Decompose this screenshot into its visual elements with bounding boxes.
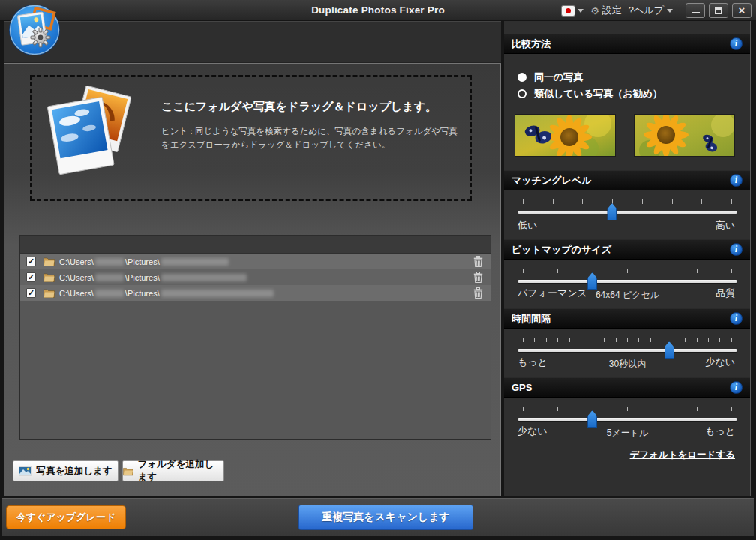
main-panel: ここにフォルダや写真をドラッグ＆ドロップします。 ヒント : 同じような写真を検… (4, 63, 501, 496)
info-icon[interactable]: i (730, 243, 742, 256)
language-selector[interactable] (562, 6, 584, 16)
trash-icon[interactable] (473, 287, 483, 298)
radio-icon (518, 89, 526, 98)
slider-handle[interactable] (607, 203, 616, 220)
info-icon[interactable]: i (730, 381, 742, 394)
add-folders-button[interactable]: フォルダを追加します (122, 460, 224, 482)
close-icon: × (739, 4, 746, 16)
folder-row: ✓ C:\Users\\Pictures\ (20, 269, 490, 285)
slider-handle[interactable] (587, 272, 597, 290)
slider-ticks (523, 200, 732, 204)
sample-photo-right (634, 114, 735, 157)
left-header-strip (4, 21, 501, 63)
section-time-interval: 時間間隔 i (504, 308, 750, 328)
bottom-bar: 今すぐアップグレード 重複写真をスキャンします (2, 498, 754, 538)
folder-list-rows: ✓ C:\Users\\Pictures\ ✓ C:\Users\\Pictur… (20, 254, 490, 301)
folder-icon (44, 272, 55, 282)
add-photos-button[interactable]: 写真を追加します (13, 460, 118, 482)
info-icon[interactable]: i (730, 312, 742, 325)
slider-track[interactable] (518, 280, 737, 283)
settings-button[interactable]: ⚙ 設定 (590, 4, 622, 17)
photo-icon (19, 466, 32, 476)
folder-icon (44, 288, 55, 298)
slider-handle[interactable] (587, 410, 597, 428)
settings-sidebar: 比較方法 i 同一の写真 類似している写真（お勧め） (502, 21, 751, 496)
drag-drop-zone[interactable]: ここにフォルダや写真をドラッグ＆ドロップします。 ヒント : 同じような写真を検… (30, 75, 472, 201)
close-button[interactable]: × (732, 3, 752, 18)
radio-icon (518, 73, 526, 82)
section-matching-level: マッチングレベル i (504, 170, 750, 190)
section-comparison-method: 比較方法 i (504, 34, 750, 54)
folder-row: ✓ C:\Users\\Pictures\ (20, 254, 490, 269)
row-checkbox[interactable]: ✓ (26, 288, 36, 298)
radio-identical-photos[interactable]: 同一の写真 (518, 70, 583, 84)
folder-list-panel: ✓ C:\Users\\Pictures\ ✓ C:\Users\\Pictur… (20, 235, 491, 440)
folder-icon (123, 466, 133, 476)
trash-icon[interactable] (473, 272, 483, 283)
sample-photo-left (514, 114, 616, 157)
minimize-icon (692, 12, 700, 14)
radio-similar-photos[interactable]: 類似している写真（お勧め） (518, 87, 662, 100)
folder-icon (44, 256, 55, 266)
titlebar: Duplicate Photos Fixer Pro ⚙ 設定 ?ヘルプ × (0, 0, 756, 21)
row-checkbox[interactable]: ✓ (26, 256, 36, 266)
gear-icon: ⚙ (590, 6, 599, 16)
info-icon[interactable]: i (730, 174, 742, 187)
japan-flag-icon (562, 6, 574, 16)
section-gps: GPS i (504, 377, 750, 398)
upgrade-button[interactable]: 今すぐアップグレード (6, 506, 126, 530)
maximize-button[interactable] (709, 3, 728, 18)
folder-path: C:\Users\\Pictures\ (59, 289, 275, 298)
slider-track[interactable] (518, 418, 737, 421)
photo-stack-icon (47, 85, 134, 185)
app-logo-icon (8, 3, 62, 57)
folder-path: C:\Users\\Pictures\ (59, 273, 248, 282)
slider-ticks (523, 406, 732, 411)
info-icon[interactable]: i (730, 38, 742, 50)
chevron-down-icon (667, 9, 673, 13)
folder-path: C:\Users\\Pictures\ (59, 257, 230, 266)
slider-handle[interactable] (664, 341, 674, 358)
folder-row: ✓ C:\Users\\Pictures\ (20, 285, 490, 301)
slider-ticks (523, 338, 732, 342)
dropzone-hint: ヒント : 同じような写真を検索するために、写真の含まれるフォルダや写真をエクス… (161, 125, 465, 152)
maximize-icon (715, 8, 722, 14)
chevron-down-icon (578, 9, 584, 13)
row-checkbox[interactable]: ✓ (26, 272, 36, 282)
dropzone-heading: ここにフォルダや写真をドラッグ＆ドロップします。 (161, 100, 461, 114)
minimize-button[interactable] (686, 3, 705, 18)
section-bitmap-size: ビットマップのサイズ i (504, 239, 750, 260)
load-defaults-link[interactable]: デフォルトをロードする (630, 448, 735, 461)
trash-icon[interactable] (473, 256, 483, 267)
slider-ticks (523, 268, 732, 273)
slider-track[interactable] (518, 211, 737, 214)
help-menu[interactable]: ?ヘルプ (628, 4, 673, 17)
folder-list-header (20, 236, 490, 254)
scan-button[interactable]: 重複写真をスキャンします (298, 505, 473, 530)
slider-track[interactable] (518, 349, 737, 352)
